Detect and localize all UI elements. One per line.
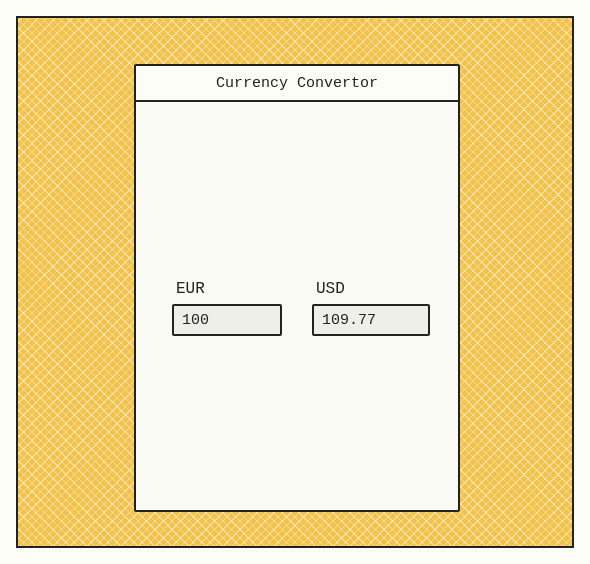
to-currency-label: USD [316,280,432,298]
to-amount-input[interactable] [312,304,430,336]
window-body: EUR USD [136,102,458,510]
from-currency-label: EUR [176,280,292,298]
to-currency-group: USD [312,280,432,336]
window-title: Currency Convertor [216,75,378,92]
converter-window: Currency Convertor EUR USD [134,64,460,512]
window-titlebar: Currency Convertor [136,66,458,102]
wireframe-canvas: Currency Convertor EUR USD [16,16,574,548]
from-currency-group: EUR [172,280,292,336]
from-amount-input[interactable] [172,304,282,336]
